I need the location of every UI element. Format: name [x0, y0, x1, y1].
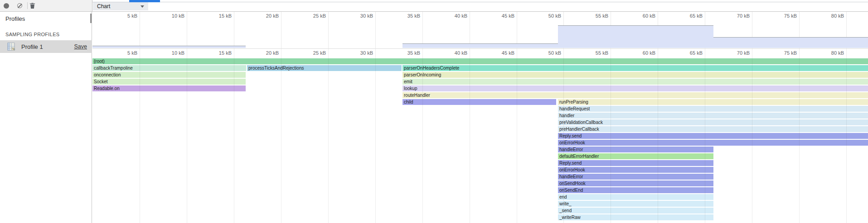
circle-slash-icon — [17, 3, 22, 8]
axis-tick-label: 10 kB — [172, 13, 187, 19]
axis-tick-label: 35 kB — [407, 50, 422, 56]
axis-tick-label: 65 kB — [690, 13, 705, 19]
chart-toolbar: Chart — [92, 0, 868, 12]
flame-bar[interactable]: onErrorHook — [558, 167, 713, 173]
grid-line — [140, 12, 140, 48]
flame-bar[interactable]: Reply.send — [558, 160, 713, 166]
flame-bar[interactable]: routeHandler — [402, 92, 868, 98]
flame-bar[interactable]: (root) — [92, 58, 868, 64]
flame-bar[interactable]: Socket — [92, 79, 246, 85]
axis-tick-label: 30 kB — [360, 13, 375, 19]
sidebar-title: Profiles — [5, 15, 25, 22]
axis-tick-label: 80 kB — [831, 50, 846, 56]
flame-bar[interactable]: onconnection — [92, 72, 246, 78]
record-icon — [4, 3, 9, 9]
grid-line — [281, 49, 281, 223]
overview-memory-step — [558, 25, 713, 48]
flame-bar[interactable]: _writeRaw — [558, 214, 713, 220]
flame-bar[interactable]: lookup — [402, 85, 868, 91]
grid-line — [328, 12, 329, 48]
clear-profiles-button[interactable] — [14, 0, 26, 11]
overview-memory-step — [713, 37, 868, 48]
view-mode-select[interactable]: Chart — [93, 2, 148, 10]
flame-bar[interactable]: onSendHook — [558, 180, 713, 186]
flame-bar[interactable]: handler — [558, 113, 868, 119]
flame-bar[interactable]: handleRequest — [558, 106, 868, 112]
flame-bar[interactable]: preHandlerCallback — [558, 126, 868, 132]
axis-tick-label: 40 kB — [455, 13, 470, 19]
profiles-sidebar: Profiles SAMPLING PROFILES % Profile 1 S… — [0, 12, 92, 223]
sidebar-scrollbar-thumb[interactable] — [90, 14, 92, 23]
flame-bar[interactable]: child — [402, 99, 556, 105]
grid-line — [470, 12, 470, 48]
flame-bar[interactable]: preValidationCallback — [558, 119, 868, 125]
flame-bar[interactable]: onSendEnd — [558, 187, 713, 193]
axis-tick-label: 45 kB — [502, 50, 517, 56]
profile-icon: % — [7, 43, 15, 51]
axis-tick-label: 15 kB — [219, 13, 234, 19]
flame-bar[interactable]: handleError — [558, 147, 713, 152]
flame-bar[interactable]: parserOnHeadersComplete — [402, 65, 868, 71]
delete-profile-button[interactable] — [29, 0, 41, 11]
axis-tick-label: 15 kB — [219, 50, 234, 56]
grid-line — [328, 49, 329, 223]
flame-bar[interactable]: defaultErrorHandler — [558, 153, 713, 159]
allocation-flame-chart: 5 kB10 kB15 kB20 kB25 kB30 kB35 kB40 kB4… — [92, 49, 868, 223]
flame-bar[interactable]: _send — [558, 208, 713, 214]
axis-tick-label: 50 kB — [548, 13, 563, 19]
axis-tick-label: 40 kB — [455, 50, 470, 56]
flame-bar[interactable]: emit — [402, 79, 868, 85]
toolbar: Chart — [0, 0, 868, 12]
tabstrip-border — [92, 2, 868, 2]
flame-bar[interactable]: runPreParsing — [558, 99, 868, 105]
grid-line — [234, 12, 234, 48]
axis-tick-label: 75 kB — [784, 50, 799, 56]
flame-bar[interactable]: end — [558, 194, 713, 200]
flame-bar[interactable]: onErrorHook — [558, 140, 868, 146]
axis-tick-label: 50 kB — [548, 50, 563, 56]
flame-bar[interactable]: callbackTrampoline — [92, 65, 246, 71]
axis-tick-label: 45 kB — [502, 13, 517, 19]
grid-line — [187, 12, 187, 48]
axis-tick-label: 20 kB — [266, 13, 281, 19]
profile-name: Profile 1 — [21, 43, 43, 50]
axis-tick-label: 70 kB — [737, 13, 752, 19]
memory-overview-pane[interactable]: 5 kB10 kB15 kB20 kB25 kB30 kB35 kB40 kB4… — [92, 12, 868, 49]
sampling-profiles-section-label: SAMPLING PROFILES — [5, 32, 59, 37]
axis-tick-label: 75 kB — [784, 13, 799, 19]
axis-tick-label: 65 kB — [690, 50, 705, 56]
overview-memory-step — [402, 43, 558, 48]
axis-tick-label: 25 kB — [313, 50, 328, 56]
chevron-down-icon — [141, 5, 144, 8]
view-mode-value: Chart — [97, 2, 110, 10]
flame-bar[interactable]: parserOnIncoming — [402, 72, 868, 78]
axis-tick-label: 55 kB — [596, 13, 611, 19]
sidebar-item-profile-1[interactable]: % Profile 1 Save — [0, 40, 92, 53]
axis-tick-label: 30 kB — [360, 50, 375, 56]
record-button[interactable] — [0, 0, 12, 11]
axis-tick-label: 5 kB — [127, 13, 140, 19]
axis-tick-label: 70 kB — [737, 50, 752, 56]
save-profile-link[interactable]: Save — [74, 43, 87, 50]
axis-tick-label: 10 kB — [172, 50, 187, 56]
axis-tick-label: 35 kB — [407, 13, 422, 19]
grid-line — [281, 12, 281, 48]
flame-bar[interactable]: Reply.send — [558, 133, 868, 139]
flame-chart-pane: 5 kB10 kB15 kB20 kB25 kB30 kB35 kB40 kB4… — [92, 12, 868, 223]
flame-bar[interactable]: Readable.on — [92, 85, 246, 91]
axis-tick-label: 5 kB — [127, 50, 140, 56]
flame-bar[interactable]: write_ — [558, 201, 713, 207]
axis-tick-label: 60 kB — [643, 13, 658, 19]
axis-tick-label: 60 kB — [643, 50, 658, 56]
grid-line — [375, 12, 376, 48]
memory-profiler-panel: Chart Profiles SAMPLING PROFILES % Profi… — [0, 0, 868, 223]
axis-tick-label: 55 kB — [596, 50, 611, 56]
flame-bar[interactable]: handleError — [558, 174, 713, 180]
axis-tick-label: 80 kB — [831, 13, 846, 19]
axis-tick-label: 20 kB — [266, 50, 281, 56]
profiler-controls — [0, 0, 92, 12]
flame-bar[interactable]: processTicksAndRejections — [247, 65, 402, 71]
axis-tick-label: 25 kB — [313, 13, 328, 19]
grid-line — [517, 12, 517, 48]
grid-line — [375, 49, 376, 223]
